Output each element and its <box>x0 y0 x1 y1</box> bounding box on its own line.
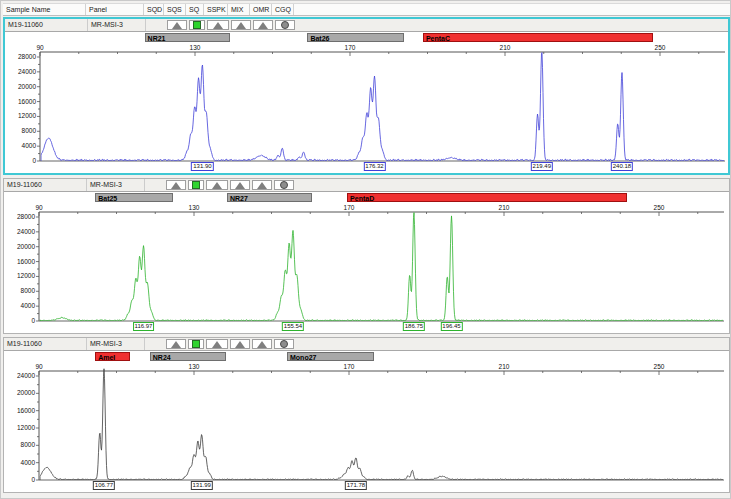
marker-bar-pentac: PentaC <box>423 33 653 42</box>
y-tick-label: 4000 <box>22 142 37 149</box>
electropherogram-plot[interactable]: Bat25NR27PentaD9013017021025040008000120… <box>4 192 729 333</box>
flag-box-sq[interactable] <box>188 339 204 349</box>
x-tick-label: 250 <box>654 363 665 370</box>
flag-cell-sqd <box>146 19 166 31</box>
flag-box-cgq[interactable] <box>275 20 295 30</box>
y-tick-label-zero: 0 <box>32 157 36 164</box>
flag-cell-omr[interactable] <box>252 19 274 31</box>
peak-size-label: 240.18 <box>611 162 633 171</box>
flag-cell-sq[interactable] <box>188 19 206 31</box>
flag-box-mix[interactable] <box>230 339 250 349</box>
flag-box-cgq[interactable] <box>274 339 294 349</box>
flag-cell-sqs[interactable] <box>165 338 187 350</box>
flag-box-cgq[interactable] <box>274 180 294 190</box>
peak-size-label: 131.90 <box>191 162 213 171</box>
col-header-sqd: SQD <box>144 4 164 15</box>
y-tick-label: 12000 <box>17 424 35 431</box>
marker-bar-bat25: Bat25 <box>95 193 173 202</box>
warning-triangle-icon <box>212 341 222 348</box>
electropherogram-plot[interactable]: AmelNR24Mono2790130170210250400080001200… <box>4 351 729 492</box>
x-tick-label: 250 <box>654 204 665 211</box>
flag-box-sspk[interactable] <box>207 20 229 30</box>
flag-box-omr[interactable] <box>252 180 272 190</box>
flag-cell-cgq[interactable] <box>273 338 295 350</box>
y-tick-label-zero: 0 <box>31 317 35 324</box>
y-tick-label: 16000 <box>17 258 35 265</box>
x-tick-label: 210 <box>500 44 511 51</box>
warning-triangle-icon <box>257 182 267 189</box>
flag-box-mix[interactable] <box>231 20 251 30</box>
table-header: Sample Name Panel SQD SQS SQ SSPK MIX OM… <box>3 3 730 16</box>
col-header-cgq: CGQ <box>272 4 294 15</box>
flag-box-sq[interactable] <box>188 180 204 190</box>
flag-cell-sqs[interactable] <box>165 179 187 191</box>
flag-box-sqs[interactable] <box>167 20 187 30</box>
sample-row[interactable]: M19-11060MR-MSI-3 <box>4 338 729 351</box>
warning-triangle-icon <box>257 341 267 348</box>
x-tick-label: 130 <box>189 204 200 211</box>
x-tick-label: 90 <box>35 204 43 211</box>
flag-box-omr[interactable] <box>253 20 273 30</box>
peak-size-label: 171.78 <box>345 481 367 490</box>
trace-path <box>41 53 724 161</box>
peak-size-label: 116.97 <box>133 322 155 331</box>
flag-cell-sq[interactable] <box>187 338 205 350</box>
warning-triangle-icon <box>213 22 223 29</box>
pass-square-icon <box>192 340 200 348</box>
marker-bar-nr27: NR27 <box>227 193 312 202</box>
flag-cell-omr[interactable] <box>251 338 273 350</box>
sample-name: M19-11060 <box>4 179 87 191</box>
sample-row[interactable]: M19-11060MR-MSI-3 <box>5 19 728 32</box>
flag-cell-sspk[interactable] <box>205 338 229 350</box>
x-tick-label: 90 <box>35 363 43 370</box>
flag-cell-sspk[interactable] <box>206 19 230 31</box>
x-tick-label: 170 <box>344 204 355 211</box>
flag-box-sspk[interactable] <box>206 180 228 190</box>
flag-cell-sqd <box>145 338 165 350</box>
flag-box-sqs[interactable] <box>166 180 186 190</box>
peak-size-label: 196.45 <box>440 322 462 331</box>
peak-size-label: 219.49 <box>531 162 553 171</box>
x-tick-label: 90 <box>36 44 44 51</box>
panel-name: MR-MSI-3 <box>88 19 146 31</box>
col-header-sq: SQ <box>186 4 204 15</box>
trace-panel-3[interactable]: M19-11060MR-MSI-3AmelNR24Mono27901301702… <box>3 337 730 493</box>
x-tick-label: 130 <box>189 363 200 370</box>
trace-path <box>40 213 723 321</box>
flag-cell-mix[interactable] <box>229 179 251 191</box>
col-header-panel: Panel <box>86 4 144 15</box>
flag-cell-omr[interactable] <box>251 179 273 191</box>
pass-square-icon <box>193 21 201 29</box>
y-tick-label: 8000 <box>22 127 37 134</box>
flag-box-sqs[interactable] <box>166 339 186 349</box>
marker-bar-nr24: NR24 <box>150 352 226 361</box>
flag-cell-sspk[interactable] <box>205 179 229 191</box>
flag-cell-cgq[interactable] <box>273 179 295 191</box>
peak-size-label: 176.32 <box>363 162 385 171</box>
flag-cell-sqd <box>145 179 165 191</box>
x-tick-label: 130 <box>190 44 201 51</box>
trace-panel-1[interactable]: M19-11060MR-MSI-3NR21Bat26PentaC90130170… <box>3 17 730 175</box>
quality-circle-icon <box>281 21 289 29</box>
y-tick-label: 16000 <box>18 98 36 105</box>
flag-cell-sqs[interactable] <box>166 19 188 31</box>
electropherogram-plot[interactable]: NR21Bat26PentaC9013017021025040008000120… <box>5 32 728 173</box>
flag-box-sspk[interactable] <box>206 339 228 349</box>
col-header-sample-name: Sample Name <box>3 4 86 15</box>
marker-bar-amel: Amel <box>95 352 130 361</box>
flag-cell-mix[interactable] <box>229 338 251 350</box>
x-tick-label: 210 <box>499 204 510 211</box>
flag-cell-mix[interactable] <box>230 19 252 31</box>
marker-bar-bat26: Bat26 <box>307 33 404 42</box>
warning-triangle-icon <box>235 182 245 189</box>
flag-box-mix[interactable] <box>230 180 250 190</box>
sample-row[interactable]: M19-11060MR-MSI-3 <box>4 179 729 192</box>
warning-triangle-icon <box>258 22 268 29</box>
flag-box-omr[interactable] <box>252 339 272 349</box>
flag-cell-cgq[interactable] <box>274 19 296 31</box>
y-tick-label: 20000 <box>17 243 35 250</box>
flag-box-sq[interactable] <box>189 20 205 30</box>
y-tick-label: 20000 <box>18 83 36 90</box>
trace-panel-2[interactable]: M19-11060MR-MSI-3Bat25NR27PentaD90130170… <box>3 178 730 334</box>
flag-cell-sq[interactable] <box>187 179 205 191</box>
